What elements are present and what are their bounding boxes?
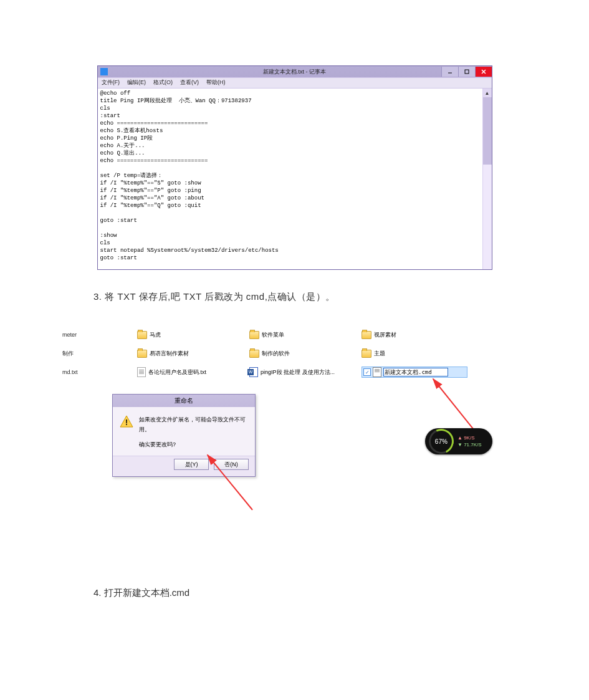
row-label: 制作 <box>62 350 137 358</box>
menu-help[interactable]: 帮助(H) <box>203 78 229 88</box>
folder-item[interactable]: 制作的软件 <box>249 350 362 358</box>
step-4-text: 4. 打开新建文本档.cmd <box>93 587 527 599</box>
notepad-window: 新建文本文档.txt - 记事本 文件(F) 编辑(E) 格式(O) 查看(V)… <box>97 65 492 270</box>
folder-name: 马虎 <box>150 331 161 339</box>
text-file-icon <box>137 367 146 377</box>
notepad-menubar: 文件(F) 编辑(E) 格式(O) 查看(V) 帮助(H) <box>98 77 492 89</box>
file-item[interactable]: 各论坛用户名及密码.txt <box>137 367 249 377</box>
file-rename-item[interactable]: ✓ 新建文本文档.cmd <box>362 367 467 378</box>
maximize-button[interactable] <box>458 67 475 77</box>
arrow-up-icon: ▲ <box>457 435 464 441</box>
window-controls <box>441 67 492 77</box>
dialog-title: 重命名 <box>113 395 255 407</box>
folder-item[interactable]: 主题 <box>362 350 474 358</box>
folder-name: 主题 <box>374 350 385 358</box>
folder-item[interactable]: 马虎 <box>137 331 249 339</box>
svg-text:!: ! <box>125 418 128 427</box>
rename-input[interactable]: 新建文本文档.cmd <box>383 368 448 376</box>
close-button[interactable] <box>475 67 492 77</box>
notepad-body: @echo off title Ping IP网段批处理 小亮、Wan QQ：9… <box>98 89 492 269</box>
svg-rect-1 <box>465 70 469 74</box>
arrow-down-icon: ▼ <box>457 442 464 448</box>
minimize-button[interactable] <box>441 67 458 77</box>
folder-icon <box>249 331 259 339</box>
folder-item[interactable]: 视屏素材 <box>362 331 474 339</box>
scroll-up-icon[interactable]: ▲ <box>483 89 492 97</box>
notepad-text[interactable]: @echo off title Ping IP网段批处理 小亮、Wan QQ：9… <box>98 89 492 269</box>
scrollbar[interactable]: ▲ <box>482 89 492 269</box>
menu-edit[interactable]: 编辑(E) <box>123 78 150 88</box>
row-label: md.txt <box>62 369 137 375</box>
network-gauge-widget: 67% ▲ 9K/S ▼ 71.7K/S <box>425 428 492 454</box>
dialog-line2: 确实要更改吗? <box>139 439 249 449</box>
gauge-ring-icon: 67% <box>425 425 457 457</box>
no-button[interactable]: 否(N) <box>214 459 249 470</box>
notepad-title: 新建文本文档.txt - 记事本 <box>263 68 326 76</box>
folder-name: 易语言制作素材 <box>150 350 189 358</box>
dialog-line1: 如果改变文件扩展名，可能会导致文件不可用。 <box>139 415 249 434</box>
folder-item[interactable]: 易语言制作素材 <box>137 350 249 358</box>
upload-speed: 9K/S <box>464 435 474 441</box>
scroll-thumb[interactable] <box>483 97 492 165</box>
menu-view[interactable]: 查看(V) <box>176 78 203 88</box>
notepad-titlebar: 新建文本文档.txt - 记事本 <box>98 66 492 77</box>
folder-name: 软件菜单 <box>262 331 284 339</box>
folder-item[interactable]: 软件菜单 <box>249 331 362 339</box>
file-item[interactable]: pingIP段 批处理 及使用方法... <box>249 367 362 377</box>
notepad-icon <box>100 68 108 75</box>
file-name: 各论坛用户名及密码.txt <box>148 368 206 376</box>
cmd-file-icon <box>373 367 381 377</box>
word-file-icon <box>249 367 258 377</box>
folder-name: 视屏素材 <box>374 331 396 339</box>
dialog-message: 如果改变文件扩展名，可能会导致文件不可用。 确实要更改吗? <box>139 415 249 449</box>
checkbox-icon[interactable]: ✓ <box>363 368 371 376</box>
folder-name: 制作的软件 <box>262 350 290 358</box>
folder-icon <box>137 331 147 339</box>
download-speed: 71.7K/S <box>464 442 481 448</box>
step-3-text: 3. 将 TXT 保存后,吧 TXT 后戳改为 cmd,点确认（是）。 <box>93 291 527 303</box>
folder-icon <box>362 331 371 339</box>
folder-icon <box>137 350 147 358</box>
menu-format[interactable]: 格式(O) <box>150 78 176 88</box>
folder-icon <box>362 350 371 358</box>
warning-icon: ! <box>119 415 134 429</box>
folder-icon <box>249 350 259 358</box>
menu-file[interactable]: 文件(F) <box>98 78 124 88</box>
row-label: meter <box>62 332 137 338</box>
yes-button[interactable]: 是(Y) <box>174 459 209 470</box>
gauge-percent: 67% <box>435 438 448 444</box>
gauge-stats: ▲ 9K/S ▼ 71.7K/S <box>457 434 482 448</box>
rename-dialog: 重命名 ! 如果改变文件扩展名，可能会导致文件不可用。 确实要更改吗? 是(Y)… <box>112 394 256 477</box>
explorer-snippet: meter 马虎 软件菜单 视屏素材 制作 易语言制作素材 制作的软件 主题 m… <box>62 325 527 519</box>
file-name: pingIP段 批处理 及使用方法... <box>261 368 335 376</box>
document-page: 新建文本文档.txt - 记事本 文件(F) 编辑(E) 格式(O) 查看(V)… <box>0 0 589 700</box>
